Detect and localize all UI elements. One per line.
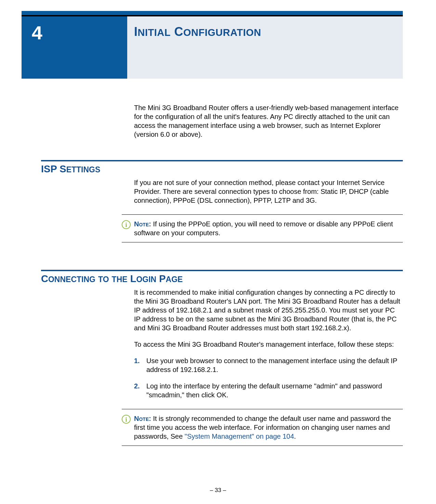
section-divider [41,270,403,271]
chapter-title: INITIAL CONFIGURATION [134,25,403,39]
page-footer: – 33 – [0,487,436,494]
info-icon: i [122,415,131,424]
chapter-title-box: INITIAL CONFIGURATION [127,16,403,79]
connecting-body-1: It is recommended to make initial config… [134,288,403,332]
info-icon: i [122,220,131,229]
step-1: 1. Use your web browser to connect to th… [134,356,403,374]
note-block-password: i Note: It is strongly recommended to ch… [122,409,403,446]
note-body-part2: . [294,433,296,440]
step-text: Log into the interface by entering the d… [146,382,403,399]
section-heading-isp-settings: ISP SETTINGS [41,163,403,178]
step-number: 2. [134,382,146,399]
chapter-header: 4 INITIAL CONFIGURATION [22,15,403,79]
note-body: If using the PPPoE option, you will need… [134,220,393,237]
chapter-number: 4 [32,22,42,43]
section-divider [41,160,403,161]
note-label: Note: [134,220,153,228]
content-area: The Mini 3G Broadband Router offers a us… [41,103,403,446]
note-label: Note: [134,415,153,422]
note-text: Note: If using the PPPoE option, you wil… [134,220,403,237]
svg-text:i: i [125,416,127,423]
cross-reference-link[interactable]: "System Management" on page 104 [185,433,294,440]
svg-text:i: i [125,222,127,228]
chapter-number-box: 4 [22,16,127,79]
note-text: Note: It is strongly recommended to chan… [134,414,403,441]
top-accent-bar [22,11,403,15]
step-text: Use your web browser to connect to the m… [146,356,403,374]
note-block-pppoe: i Note: If using the PPPoE option, you w… [122,214,403,242]
section-heading-connecting-login: CONNECTING TO THE LOGIN PAGE [41,273,403,288]
step-number: 1. [134,356,146,374]
intro-paragraph: The Mini 3G Broadband Router offers a us… [134,103,403,139]
isp-settings-body: If you are not sure of your connection m… [134,178,403,205]
connecting-body-2: To access the Mini 3G Broadband Router's… [134,340,403,349]
step-2: 2. Log into the interface by entering th… [134,382,403,399]
